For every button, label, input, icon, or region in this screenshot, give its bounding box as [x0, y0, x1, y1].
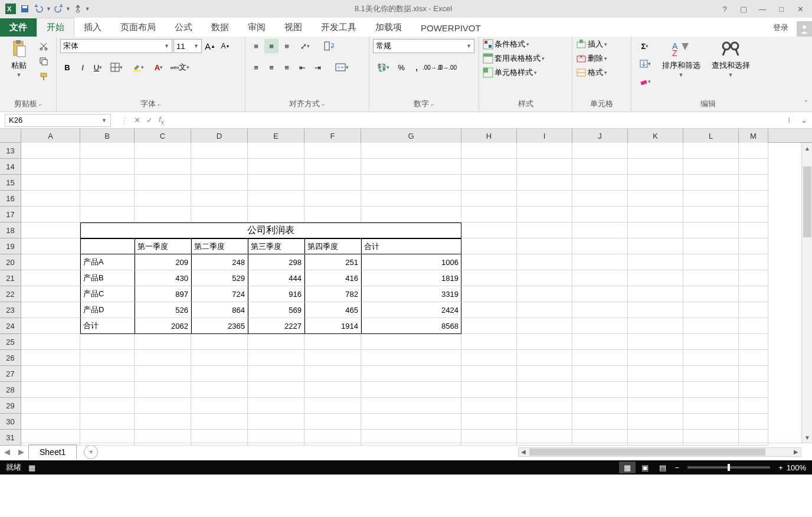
copy-button[interactable] [37, 54, 51, 68]
cell[interactable] [21, 382, 80, 398]
hscroll-thumb[interactable] [529, 449, 765, 456]
cell[interactable] [739, 286, 768, 302]
cell[interactable] [248, 159, 304, 175]
cell[interactable] [80, 398, 135, 414]
cell[interactable] [517, 238, 572, 254]
cell[interactable] [248, 398, 304, 414]
conditional-formatting-button[interactable]: 条件格式 ▾ [483, 39, 529, 50]
cell[interactable] [517, 222, 572, 238]
cell[interactable] [248, 334, 304, 350]
row-header-29[interactable]: 29 [0, 398, 21, 414]
cell[interactable] [683, 430, 739, 446]
cell[interactable] [739, 270, 768, 286]
cell[interactable] [683, 286, 739, 302]
col-header-C[interactable]: C [135, 129, 191, 143]
cell[interactable] [683, 143, 739, 159]
cell[interactable] [21, 430, 80, 446]
cell[interactable] [21, 318, 80, 334]
cell[interactable] [572, 175, 628, 191]
cell[interactable] [683, 238, 739, 254]
col-header-D[interactable]: D [191, 129, 248, 143]
user-avatar-icon[interactable] [797, 21, 812, 37]
cell[interactable] [628, 222, 683, 238]
cell[interactable] [572, 350, 628, 366]
cell[interactable] [683, 159, 739, 175]
cell[interactable] [361, 175, 461, 191]
cell[interactable] [683, 207, 739, 222]
cell[interactable]: 第一季度 [135, 238, 191, 254]
cell[interactable] [517, 366, 572, 382]
cell[interactable] [135, 430, 191, 446]
cell[interactable]: 864 [191, 302, 248, 318]
normal-view-button[interactable]: ▦ [619, 462, 636, 473]
cell[interactable] [572, 270, 628, 286]
col-header-I[interactable]: I [517, 129, 572, 143]
cell[interactable] [572, 382, 628, 398]
row-header-25[interactable]: 25 [0, 334, 21, 350]
cell[interactable] [191, 382, 248, 398]
cell[interactable]: 合计 [80, 318, 135, 334]
cell[interactable] [304, 430, 361, 446]
cell[interactable] [21, 366, 80, 382]
cell[interactable] [572, 302, 628, 318]
cell[interactable] [461, 334, 517, 350]
cell[interactable] [361, 414, 461, 430]
row-header-16[interactable]: 16 [0, 191, 21, 207]
cell[interactable] [461, 222, 517, 238]
row-header-30[interactable]: 30 [0, 414, 21, 430]
cell[interactable]: 724 [191, 286, 248, 302]
cell[interactable] [361, 191, 461, 207]
cell[interactable] [461, 286, 517, 302]
cell[interactable] [739, 191, 768, 207]
cell[interactable] [21, 222, 80, 238]
cell[interactable]: 产品C [80, 286, 135, 302]
cell[interactable] [80, 191, 135, 207]
decrease-indent-button[interactable]: ⇤ [295, 60, 309, 74]
row-header-21[interactable]: 21 [0, 270, 21, 286]
cell[interactable] [21, 270, 80, 286]
cell[interactable] [21, 398, 80, 414]
row-header-14[interactable]: 14 [0, 159, 21, 175]
select-all-corner[interactable] [0, 129, 21, 143]
clear-button[interactable]: ▾ [635, 74, 655, 89]
row-header-13[interactable]: 13 [0, 143, 21, 159]
cell[interactable] [248, 382, 304, 398]
cell[interactable] [248, 175, 304, 191]
cell[interactable] [304, 207, 361, 222]
cell[interactable] [517, 334, 572, 350]
cell[interactable] [683, 318, 739, 334]
cell[interactable] [517, 159, 572, 175]
align-middle-button[interactable]: ≡ [264, 39, 279, 53]
cell[interactable] [361, 430, 461, 446]
tab-home[interactable]: 开始 [37, 18, 74, 37]
tab-formulas[interactable]: 公式 [165, 18, 202, 37]
cell[interactable] [739, 302, 768, 318]
cell[interactable] [628, 254, 683, 270]
col-header-M[interactable]: M [739, 129, 768, 143]
zoom-level[interactable]: 100% [787, 463, 806, 472]
cell[interactable] [461, 159, 517, 175]
cell[interactable] [572, 430, 628, 446]
cell[interactable] [628, 334, 683, 350]
cell[interactable] [248, 430, 304, 446]
format-painter-button[interactable] [37, 70, 51, 84]
col-header-L[interactable]: L [683, 129, 739, 143]
font-color-button[interactable]: A▾ [149, 60, 169, 74]
cell[interactable] [135, 207, 191, 222]
cell[interactable] [517, 175, 572, 191]
cell[interactable] [739, 366, 768, 382]
cell[interactable] [739, 414, 768, 430]
cell[interactable] [517, 350, 572, 366]
cell[interactable] [461, 270, 517, 286]
ribbon-display-options[interactable]: ▢ [735, 2, 752, 16]
percent-style-button[interactable]: % [394, 60, 408, 74]
increase-decimal-button[interactable]: .00→.0 [425, 60, 439, 74]
cell[interactable]: 444 [248, 270, 304, 286]
cell[interactable] [361, 350, 461, 366]
fill-color-button[interactable]: ▾ [127, 60, 148, 74]
cell[interactable]: 430 [135, 270, 191, 286]
col-header-A[interactable]: A [21, 129, 80, 143]
cell[interactable] [517, 302, 572, 318]
cell[interactable] [304, 366, 361, 382]
cell[interactable] [80, 159, 135, 175]
